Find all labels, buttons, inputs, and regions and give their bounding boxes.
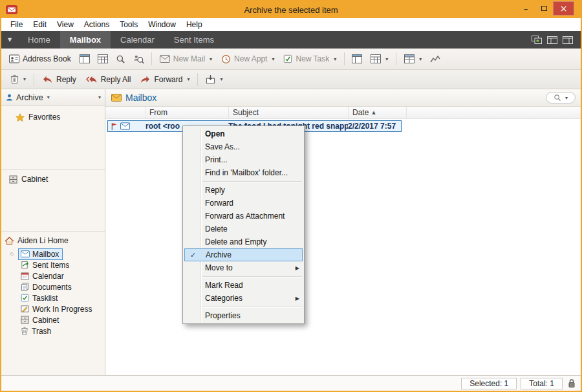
folder-list-options-caret-icon[interactable]: ▾	[98, 94, 101, 100]
delete-button[interactable]: ▾	[6, 71, 30, 88]
calendar-view-caret-icon[interactable]: ▾	[385, 56, 388, 62]
tree-item-documents[interactable]: Documents	[1, 281, 105, 292]
calendar-view-button[interactable]: ▾	[367, 50, 392, 67]
forward-label: Forward	[154, 75, 182, 84]
new-task-caret-icon[interactable]: ▾	[334, 56, 336, 62]
tree-item-cabinet[interactable]: Cabinet	[1, 314, 105, 325]
table-view-caret-icon[interactable]: ▾	[419, 56, 422, 62]
tab-list-caret[interactable]: ▼	[1, 31, 18, 49]
search-box[interactable]: ▾	[546, 92, 576, 103]
split-view-icon[interactable]	[547, 36, 557, 44]
context-menu-item-print[interactable]: Print...	[183, 153, 304, 166]
context-menu-item-archive[interactable]: ✓ Archive	[184, 248, 303, 261]
sidebar-item-home[interactable]: Aiden Li Home	[5, 236, 69, 245]
submenu-arrow-icon: ▶	[296, 296, 299, 301]
tree-item-sent-items[interactable]: Sent Items	[1, 259, 105, 270]
delete-caret-icon[interactable]: ▾	[23, 76, 26, 82]
menu-edit[interactable]: Edit	[28, 20, 52, 29]
new-appt-button[interactable]: New Appt ▾	[217, 50, 278, 67]
context-menu-item-delete[interactable]: Delete	[183, 223, 304, 235]
context-menu-item-save-as[interactable]: Save As...	[183, 140, 304, 153]
forward-button[interactable]: Forward ▾	[136, 71, 193, 88]
maximize-button[interactable]	[535, 1, 553, 16]
reply-button[interactable]: Reply	[38, 71, 80, 88]
tab-sent-items[interactable]: Sent Items	[164, 31, 224, 49]
menu-actions[interactable]: Actions	[79, 20, 114, 29]
context-menu-item-mark-read[interactable]: Mark Read	[183, 279, 304, 292]
tree-item-calendar[interactable]: Calendar	[1, 270, 105, 281]
forward-caret-icon[interactable]: ▾	[187, 76, 189, 82]
new-task-button[interactable]: New Task ▾	[279, 50, 340, 67]
column-icons[interactable]	[105, 107, 146, 118]
menu-tools[interactable]: Tools	[114, 20, 143, 29]
mode-selector[interactable]: Archive ▾ ▾	[1, 89, 105, 106]
context-menu-item-reply[interactable]: Reply	[183, 184, 304, 197]
mode-caret-icon[interactable]: ▾	[47, 94, 50, 100]
mode-person-icon	[5, 93, 14, 102]
new-mail-button[interactable]: New Mail ▾	[156, 50, 216, 67]
message-list: root <roo The food I had tonight red sna…	[105, 119, 581, 375]
menu-window[interactable]: Window	[143, 20, 181, 29]
menu-file[interactable]: File	[5, 20, 28, 29]
new-mail-icon	[160, 55, 170, 63]
folder-title: Mailbox	[125, 93, 156, 103]
tab-mailbox[interactable]: Mailbox	[60, 31, 111, 49]
sidebar-item-favorites[interactable]: Favorites	[16, 113, 60, 122]
context-menu: Open Save As... Print... Find in 'Mailbo…	[182, 125, 305, 324]
folder-envelope-icon	[111, 94, 122, 102]
menu-view[interactable]: View	[52, 20, 79, 29]
tree-item-label: Documents	[32, 283, 72, 292]
panel-layout-icon[interactable]	[563, 36, 573, 44]
new-mail-caret-icon[interactable]: ▾	[210, 56, 212, 62]
tab-home[interactable]: Home	[18, 31, 60, 49]
sidebar-item-cabinet[interactable]: Cabinet	[9, 175, 48, 184]
forward-icon	[140, 75, 151, 83]
context-menu-item-open[interactable]: Open	[183, 127, 304, 140]
tree-item-tasklist[interactable]: Tasklist	[1, 292, 105, 303]
sent-items-icon	[21, 261, 29, 269]
details-view-button[interactable]	[94, 50, 111, 67]
context-menu-item-forward[interactable]: Forward	[183, 197, 304, 210]
message-row-icons	[108, 122, 146, 131]
tasklist-icon	[21, 294, 29, 302]
context-menu-item-find-in-folder[interactable]: Find in 'Mailbox' folder...	[183, 166, 304, 179]
context-menu-item-move-to[interactable]: Move to ▶	[183, 261, 304, 274]
tab-calendar[interactable]: Calendar	[111, 31, 164, 49]
layout-button[interactable]	[349, 50, 365, 67]
column-subject[interactable]: Subject	[229, 107, 349, 118]
tree-item-mailbox[interactable]: ◇ Mailbox	[1, 248, 105, 259]
context-menu-item-delete-and-empty[interactable]: Delete and Empty	[183, 235, 304, 248]
address-book-button[interactable]: Address Book	[5, 50, 75, 67]
new-appt-caret-icon[interactable]: ▾	[272, 56, 274, 62]
lock-icon	[568, 378, 576, 388]
find-button[interactable]	[113, 50, 129, 67]
context-menu-item-properties[interactable]: Properties	[183, 309, 304, 322]
search-caret-icon[interactable]: ▾	[565, 95, 568, 101]
reply-all-button[interactable]: Reply All	[81, 71, 135, 88]
trash-icon	[10, 74, 19, 84]
column-date[interactable]: Date ▲	[349, 107, 407, 118]
panel-view-button[interactable]	[76, 50, 93, 67]
new-task-icon	[283, 54, 292, 63]
find-contact-button[interactable]	[131, 50, 147, 67]
mail-list-panel: Mailbox ▾ From Subject Date ▲	[105, 89, 581, 375]
close-button[interactable]: ×	[553, 1, 574, 16]
panel-view-icon	[80, 54, 90, 63]
tree-item-work-in-progress[interactable]: Work In Progress	[1, 303, 105, 314]
context-menu-item-forward-as-attachment[interactable]: Forward as Attachment	[183, 210, 304, 223]
column-from[interactable]: From	[146, 107, 229, 118]
quickviewer-icon[interactable]	[532, 36, 542, 44]
table-view-icon	[404, 54, 415, 63]
move-to-folder-button[interactable]: ▾	[202, 71, 226, 88]
tree-item-trash[interactable]: Trash	[1, 325, 105, 336]
submenu-arrow-icon: ▶	[296, 265, 299, 271]
context-menu-item-categories[interactable]: Categories ▶	[183, 292, 304, 305]
sidebar-divider	[1, 169, 105, 170]
table-view-button[interactable]: ▾	[400, 50, 426, 67]
menu-help[interactable]: Help	[181, 20, 208, 29]
timeline-button[interactable]	[427, 50, 444, 67]
layout-icon	[352, 54, 362, 63]
move-to-caret-icon[interactable]: ▾	[220, 76, 222, 82]
minimize-button[interactable]: –	[517, 1, 535, 16]
flag-icon[interactable]	[111, 122, 118, 131]
